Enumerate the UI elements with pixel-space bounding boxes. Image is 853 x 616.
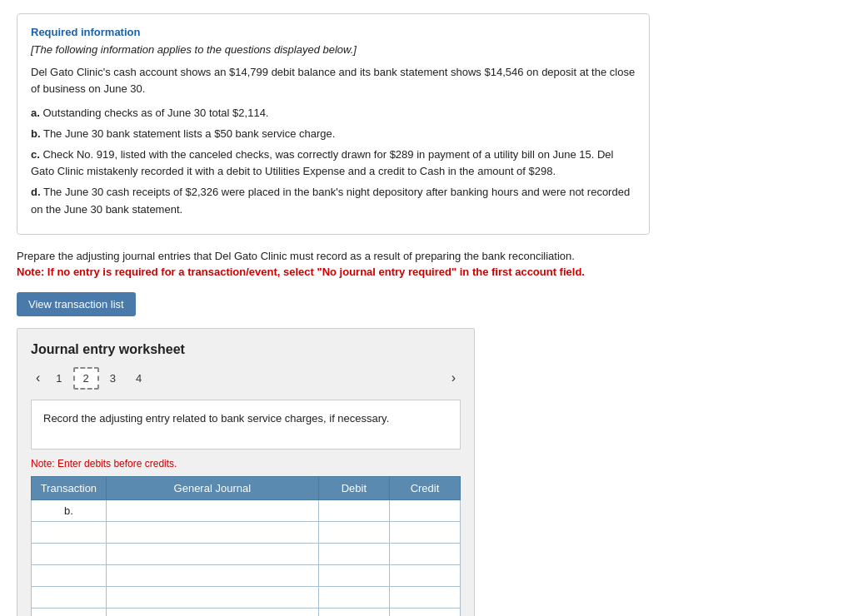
transaction-cell — [32, 521, 107, 543]
debit-input[interactable] — [319, 500, 389, 521]
credit-input[interactable] — [390, 587, 460, 608]
instruction-text: Record the adjusting entry related to ba… — [43, 412, 389, 425]
credit-input[interactable] — [390, 500, 460, 521]
tab-2-button[interactable]: 2 — [73, 367, 99, 390]
col-header-credit: Credit — [389, 476, 460, 499]
credit-cell[interactable] — [389, 564, 460, 586]
col-header-debit: Debit — [318, 476, 389, 499]
credit-cell[interactable] — [389, 543, 460, 564]
debit-input[interactable] — [319, 587, 389, 608]
table-row — [32, 521, 461, 543]
credit-input[interactable] — [390, 522, 460, 543]
debit-input[interactable] — [319, 609, 389, 616]
tab-1-button[interactable]: 1 — [47, 368, 71, 389]
transaction-cell — [32, 564, 107, 586]
general-journal-cell[interactable] — [106, 499, 318, 521]
general-journal-input[interactable] — [107, 544, 318, 564]
list-item-b: b. The June 30 bank statement lists a $5… — [31, 126, 636, 143]
transaction-cell — [32, 608, 107, 616]
prepare-section: Prepare the adjusting journal entries th… — [17, 248, 650, 281]
tab-3-button[interactable]: 3 — [101, 368, 125, 389]
credit-cell[interactable] — [389, 499, 460, 521]
required-info-box: Required information [The following info… — [17, 13, 650, 235]
credit-cell[interactable] — [389, 608, 460, 616]
debit-cell[interactable] — [318, 521, 389, 543]
debit-cell[interactable] — [318, 586, 389, 608]
debit-cell[interactable] — [318, 608, 389, 616]
credit-input[interactable] — [390, 544, 460, 564]
general-journal-cell[interactable] — [106, 543, 318, 564]
credit-cell[interactable] — [389, 586, 460, 608]
table-row — [32, 608, 461, 616]
note-red: Note: If no entry is required for a tran… — [17, 264, 650, 281]
journal-table: Transaction General Journal Debit Credit… — [31, 476, 461, 616]
transaction-cell — [32, 586, 107, 608]
note-debits: Note: Enter debits before credits. — [31, 458, 461, 469]
general-journal-input[interactable] — [107, 522, 318, 543]
credit-cell[interactable] — [389, 521, 460, 543]
col-header-general-journal: General Journal — [106, 476, 318, 499]
transaction-cell: b. — [32, 499, 107, 521]
debit-cell[interactable] — [318, 543, 389, 564]
tab-4-button[interactable]: 4 — [127, 368, 151, 389]
table-row — [32, 564, 461, 586]
next-tab-button[interactable]: › — [446, 369, 461, 387]
transaction-cell — [32, 543, 107, 564]
tab-navigation: ‹ 1 2 3 4 › — [31, 367, 461, 390]
worksheet-container: Journal entry worksheet ‹ 1 2 3 4 › Reco… — [17, 328, 475, 616]
debit-input[interactable] — [319, 544, 389, 564]
general-journal-input[interactable] — [107, 500, 318, 521]
prev-tab-button[interactable]: ‹ — [31, 369, 45, 387]
general-journal-cell[interactable] — [106, 564, 318, 586]
general-journal-input[interactable] — [107, 609, 318, 616]
col-header-transaction: Transaction — [32, 476, 107, 499]
table-row — [32, 543, 461, 564]
list-item-c: c. Check No. 919, listed with the cancel… — [31, 147, 636, 181]
instruction-box: Record the adjusting entry related to ba… — [31, 400, 461, 450]
required-title: Required information — [31, 26, 636, 38]
general-journal-cell[interactable] — [106, 521, 318, 543]
table-row: b. — [32, 499, 461, 521]
general-journal-input[interactable] — [107, 565, 318, 586]
credit-input[interactable] — [390, 565, 460, 586]
credit-input[interactable] — [390, 609, 460, 616]
debit-input[interactable] — [319, 522, 389, 543]
table-row — [32, 586, 461, 608]
worksheet-title: Journal entry worksheet — [31, 342, 461, 357]
italic-line: [The following information applies to th… — [31, 43, 636, 56]
intro-paragraph: Del Gato Clinic's cash account shows an … — [31, 64, 636, 97]
general-journal-input[interactable] — [107, 587, 318, 608]
list-item-d: d. The June 30 cash receipts of $2,326 w… — [31, 184, 636, 219]
debit-input[interactable] — [319, 565, 389, 586]
debit-cell[interactable] — [318, 564, 389, 586]
general-journal-cell[interactable] — [106, 586, 318, 608]
prepare-text: Prepare the adjusting journal entries th… — [17, 248, 650, 265]
general-journal-cell[interactable] — [106, 608, 318, 616]
list-item-a: a. Outstanding checks as of June 30 tota… — [31, 105, 636, 122]
debit-cell[interactable] — [318, 499, 389, 521]
view-transaction-button[interactable]: View transaction list — [17, 292, 136, 316]
info-list: a. Outstanding checks as of June 30 tota… — [31, 105, 636, 219]
